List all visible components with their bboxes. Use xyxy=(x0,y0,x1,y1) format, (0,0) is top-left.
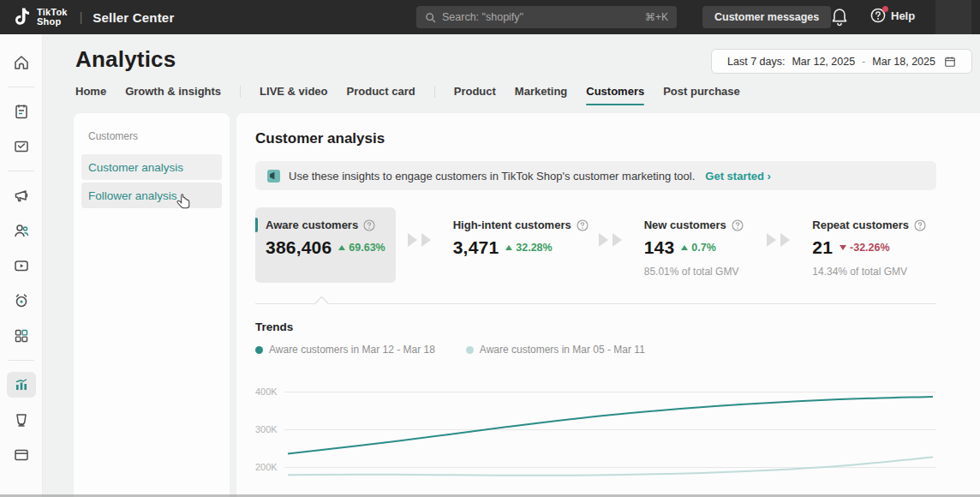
tab-product[interactable]: Product xyxy=(454,85,496,105)
date-range-start: Mar 12, 2025 xyxy=(792,56,855,68)
rail-affiliate-icon[interactable] xyxy=(7,218,36,243)
subnav-item-follower-analysis[interactable]: Follower analysis xyxy=(81,183,222,208)
customer-messages-button[interactable]: Customer messages xyxy=(702,6,831,28)
subnav-section-label: Customers xyxy=(81,130,222,142)
date-range-separator: - xyxy=(862,56,865,68)
date-range-picker[interactable]: Last 7 days: Mar 12, 2025 - Mar 18, 2025 xyxy=(711,49,972,74)
help-icon xyxy=(870,8,886,23)
metric-change: 0.7% xyxy=(681,242,716,254)
question-tooltip-icon[interactable] xyxy=(914,219,926,231)
tab-marketing[interactable]: Marketing xyxy=(515,85,567,105)
tab-growth-insights[interactable]: Growth & insights xyxy=(125,85,221,105)
product-name: Seller Center xyxy=(93,10,174,25)
metric-value: 143 xyxy=(644,237,675,258)
rail-apps-grid-icon[interactable] xyxy=(7,323,36,349)
y-axis-tick: 200K xyxy=(255,462,278,472)
date-range-prefix: Last 7 days: xyxy=(727,56,785,68)
legend-item-previous: Aware customers in Mar 05 - Mar 11 xyxy=(466,344,645,356)
chart-legend: Aware customers in Mar 12 - Mar 18 Aware… xyxy=(255,344,936,356)
rail-divider xyxy=(9,87,34,87)
metric-card-aware-customers[interactable]: Aware customers 386,406 69.63% xyxy=(255,207,396,283)
top-bar: TikTok Shop | Seller Center Search: "sho… xyxy=(0,0,980,34)
y-axis-tick: 300K xyxy=(255,424,278,434)
customers-subnav: Customers Customer analysis Follower ana… xyxy=(74,113,230,497)
rail-divider xyxy=(9,171,34,171)
rail-live-video-icon[interactable] xyxy=(7,253,36,278)
tiktok-shop-logo[interactable]: TikTok Shop xyxy=(0,7,68,27)
trends-title: Trends xyxy=(255,320,936,333)
avatar-container[interactable] xyxy=(935,0,971,34)
y-axis-tick: 400K xyxy=(255,386,278,397)
tab-live-video[interactable]: LIVE & video xyxy=(260,85,327,105)
funnel-arrows-icon xyxy=(767,233,790,247)
metric-change: 32.28% xyxy=(505,242,552,254)
selected-accent-bar xyxy=(255,218,258,232)
legend-item-current: Aware customers in Mar 12 - Mar 18 xyxy=(255,344,435,356)
rail-analytics-icon[interactable] xyxy=(7,372,36,398)
notifications-bell-icon[interactable] xyxy=(831,8,848,27)
rail-finance-icon[interactable] xyxy=(7,442,36,468)
metric-title: Aware customers xyxy=(266,219,358,231)
metric-value: 3,471 xyxy=(453,237,499,258)
analytics-tab-bar: Home Growth & insights LIVE & video Prod… xyxy=(75,85,740,105)
funnel-divider xyxy=(255,303,936,304)
help-notification-dot xyxy=(882,6,888,12)
tab-divider xyxy=(434,86,435,98)
metric-card-repeat-customers[interactable]: Repeat customers 21 -32.26% 14.34% of to… xyxy=(802,207,936,283)
rail-orders-icon[interactable] xyxy=(7,99,36,124)
tab-customers[interactable]: Customers xyxy=(586,85,644,105)
rail-messages-icon[interactable] xyxy=(7,134,36,159)
help-menu[interactable]: Help xyxy=(870,8,915,23)
customer-funnel: Aware customers 386,406 69.63% High-inte… xyxy=(255,207,936,284)
tab-home[interactable]: Home xyxy=(75,85,106,105)
main-panel: Customer analysis Use these insights to … xyxy=(236,113,980,497)
metric-card-high-intent-customers[interactable]: High-intent customers 3,471 32.28% xyxy=(443,207,587,283)
rail-alarm-icon[interactable] xyxy=(7,288,36,314)
chart-series-lines xyxy=(284,371,936,497)
icon-rail xyxy=(0,34,43,497)
banner-text: Use these insights to engage customers i… xyxy=(289,170,695,183)
global-search-input[interactable]: Search: "shopify" ⌘+K xyxy=(416,6,677,28)
page-title: Analytics xyxy=(75,46,176,73)
selected-card-caret xyxy=(315,296,329,310)
insights-banner: Use these insights to engage customers i… xyxy=(255,161,936,190)
legend-dot-previous xyxy=(466,346,474,354)
metric-gmv-share: 14.34% of total GMV xyxy=(812,266,926,278)
subnav-item-customer-analysis[interactable]: Customer analysis xyxy=(81,154,222,180)
section-title: Customer analysis xyxy=(255,130,936,147)
metric-title: Repeat customers xyxy=(812,219,909,231)
rail-marketing-icon[interactable] xyxy=(7,183,36,208)
tab-divider xyxy=(240,86,241,98)
metric-card-new-customers[interactable]: New customers 143 0.7% 85.01% of total G… xyxy=(634,207,756,283)
rail-rewards-icon[interactable] xyxy=(7,407,36,433)
tab-post-purchase[interactable]: Post purchase xyxy=(663,85,740,105)
metric-gmv-share: 85.01% of total GMV xyxy=(644,266,745,278)
legend-dot-current xyxy=(255,346,263,354)
question-tooltip-icon[interactable] xyxy=(732,219,744,231)
metric-title: New customers xyxy=(644,219,726,231)
search-placeholder: Search: "shopify" xyxy=(442,11,645,23)
metric-title: High-intent customers xyxy=(453,219,571,231)
funnel-arrows-icon xyxy=(408,233,431,247)
question-tooltip-icon[interactable] xyxy=(363,219,375,231)
search-icon xyxy=(425,12,436,23)
search-shortcut: ⌘+K xyxy=(645,11,668,23)
calendar-icon xyxy=(944,56,956,68)
rail-divider xyxy=(9,360,34,361)
marketing-tool-icon xyxy=(267,170,280,183)
trends-line-chart: 400K 300K 200K 100K xyxy=(255,371,936,497)
question-tooltip-icon[interactable] xyxy=(577,219,589,231)
metric-change: 69.63% xyxy=(338,242,385,254)
metric-value: 21 xyxy=(812,237,833,258)
topbar-divider: | xyxy=(80,10,83,24)
tab-product-card[interactable]: Product card xyxy=(347,85,415,105)
tiktok-note-icon xyxy=(12,7,31,27)
get-started-link[interactable]: Get started › xyxy=(705,170,771,183)
rail-home-icon[interactable] xyxy=(7,50,36,75)
logo-wordmark: TikTok Shop xyxy=(37,8,68,27)
help-label: Help xyxy=(891,9,915,22)
date-range-end: Mar 18, 2025 xyxy=(872,56,935,68)
funnel-arrows-icon xyxy=(599,233,622,247)
metric-value: 386,406 xyxy=(266,237,332,258)
metric-change: -32.26% xyxy=(840,242,890,254)
